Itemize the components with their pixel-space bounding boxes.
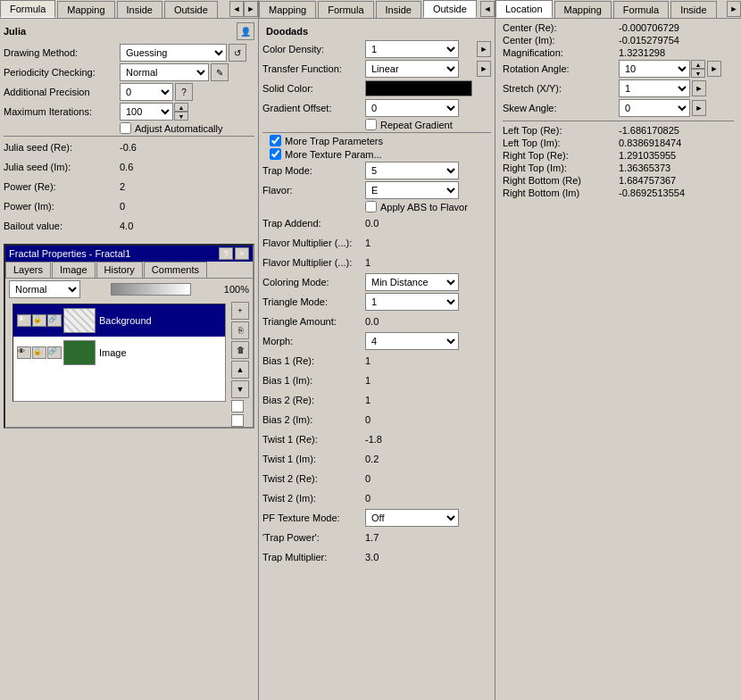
trap-power-label: 'Trap Power':: [262, 532, 365, 543]
color-density-select[interactable]: 1: [365, 40, 459, 58]
power-im-label: Power (Im):: [4, 201, 120, 212]
rotation-select[interactable]: 10: [619, 60, 690, 78]
flavor-mult2-value: 1: [365, 257, 370, 268]
more-texture-check[interactable]: [270, 148, 281, 160]
drawing-method-select[interactable]: Guessing: [120, 44, 227, 62]
layer-check2[interactable]: [231, 414, 244, 427]
gradient-offset-select[interactable]: 0: [365, 99, 459, 117]
layer-bg-link[interactable]: 🔗: [47, 314, 62, 327]
twist2-re-label: Twist 2 (Re):: [262, 473, 365, 484]
tab-location[interactable]: Location: [495, 0, 553, 18]
layer-item-background[interactable]: 👁 🔒 🔗 Background: [13, 304, 225, 337]
morph-select[interactable]: 4: [365, 332, 459, 350]
tab-outside-left[interactable]: Outside: [164, 1, 218, 18]
max-iter-up[interactable]: ▲: [174, 103, 188, 112]
layer-img-link[interactable]: 🔗: [47, 346, 62, 359]
tab-formula-mid[interactable]: Formula: [318, 1, 373, 18]
fractal-close-btn[interactable]: ×: [235, 247, 249, 260]
right-bottom-im-label: Right Bottom (Im): [503, 188, 619, 198]
max-iter-down[interactable]: ▼: [174, 112, 188, 121]
tab-inside-right[interactable]: Inside: [670, 1, 716, 18]
additional-precision-select[interactable]: 0: [120, 83, 173, 101]
tab-formula[interactable]: Formula: [0, 0, 55, 18]
tab-mapping-right[interactable]: Mapping: [554, 1, 612, 18]
layer-bg-eye[interactable]: 👁: [17, 314, 31, 327]
tab-inside-left[interactable]: Inside: [117, 1, 162, 18]
layer-img-lock[interactable]: 🔒: [32, 346, 46, 359]
periodicity-select[interactable]: Normal: [120, 63, 209, 81]
tab-layers[interactable]: Layers: [5, 262, 51, 278]
transfer-func-select[interactable]: Linear: [365, 60, 459, 78]
solid-color-label: Solid Color:: [262, 83, 365, 94]
bailout-value: 4.0: [120, 221, 133, 231]
flavor-mult1-label: Flavor Multiplier (...):: [262, 238, 365, 248]
tab-mapping-mid[interactable]: Mapping: [259, 1, 316, 18]
triangle-mode-select[interactable]: 1: [365, 293, 459, 311]
tab-inside-mid[interactable]: Inside: [376, 1, 421, 18]
right-bottom-re-value: 1.684757367: [619, 175, 676, 186]
flavor-mult1-value: 1: [365, 238, 370, 248]
stretch-arrow[interactable]: ►: [692, 80, 706, 96]
adjust-auto-check[interactable]: [120, 122, 131, 134]
color-density-arrow[interactable]: ►: [477, 41, 491, 57]
apply-abs-check[interactable]: [365, 201, 377, 212]
right-top-im-value: 1.36365373: [619, 162, 670, 173]
left-top-re-value: -1.686170825: [619, 125, 679, 136]
layer-bg-lock[interactable]: 🔒: [32, 314, 46, 327]
blend-mode-select[interactable]: Normal: [9, 280, 80, 298]
trap-mode-label: Trap Mode:: [262, 165, 365, 176]
pf-texture-select[interactable]: Off: [365, 509, 459, 527]
trap-mode-select[interactable]: 5: [365, 162, 459, 179]
layer-up-btn[interactable]: ▲: [231, 361, 249, 379]
apply-abs-label: Apply ABS to Flavor: [380, 202, 468, 212]
flavor-select[interactable]: E: [365, 181, 459, 199]
layer-img-eye[interactable]: 👁: [17, 346, 31, 359]
repeat-gradient-check[interactable]: [365, 119, 377, 130]
layer-down-btn[interactable]: ▼: [231, 380, 249, 398]
tab-scroll-right[interactable]: ►: [244, 1, 258, 17]
skew-arrow[interactable]: ►: [692, 100, 706, 116]
max-iterations-select[interactable]: 100: [120, 103, 173, 121]
right-top-im-label: Right Top (Im):: [503, 162, 619, 173]
drawing-method-label: Drawing Method:: [4, 47, 120, 58]
fractal-help-btn[interactable]: ?: [219, 247, 233, 260]
additional-precision-help[interactable]: ?: [175, 83, 193, 101]
julia-icon-btn[interactable]: 👤: [237, 22, 254, 40]
transfer-arrow[interactable]: ►: [477, 61, 491, 77]
tab-mapping-left[interactable]: Mapping: [57, 1, 114, 18]
coloring-mode-select[interactable]: Min Distance: [365, 273, 459, 291]
tab-formula-right[interactable]: Formula: [613, 1, 669, 18]
tab-comments[interactable]: Comments: [144, 262, 207, 278]
layer-check1[interactable]: [231, 400, 244, 412]
morph-label: Morph:: [262, 336, 365, 346]
periodicity-btn[interactable]: ✎: [211, 63, 229, 81]
drawing-method-refresh[interactable]: ↺: [229, 44, 246, 62]
rotation-up[interactable]: ▲: [691, 60, 705, 69]
layer-bg-name: Background: [99, 315, 152, 326]
mid-scroll-left[interactable]: ◄: [480, 1, 495, 17]
right-top-re-label: Right Top (Re):: [503, 150, 619, 161]
stretch-select[interactable]: 1: [619, 79, 690, 97]
twist2-im-label: Twist 2 (Im):: [262, 493, 365, 504]
tab-image[interactable]: Image: [52, 262, 96, 278]
layer-add-btn[interactable]: +: [231, 302, 249, 320]
triangle-amount-label: Triangle Amount:: [262, 316, 365, 327]
rotation-down[interactable]: ▼: [691, 69, 705, 78]
center-re-label: Center (Re):: [503, 22, 619, 33]
left-top-re-label: Left Top (Re):: [503, 125, 619, 136]
tab-history[interactable]: History: [96, 262, 143, 278]
skew-select[interactable]: 0: [619, 99, 690, 117]
gradient-offset-label: Gradient Offset:: [262, 103, 365, 113]
solid-color-swatch[interactable]: [365, 80, 472, 96]
center-re-value: -0.000706729: [619, 22, 679, 33]
tab-scroll-left[interactable]: ◄: [229, 1, 244, 17]
rotation-arrow[interactable]: ►: [707, 61, 721, 77]
tab-outside-mid[interactable]: Outside: [423, 0, 477, 18]
right-scroll-right[interactable]: ►: [727, 1, 741, 17]
julia-seed-re-value: -0.6: [120, 142, 137, 153]
bias1-im-label: Bias 1 (Im):: [262, 375, 365, 386]
layer-copy-btn[interactable]: ⎘: [231, 321, 249, 339]
more-trap-check[interactable]: [270, 135, 281, 146]
layer-del-btn[interactable]: 🗑: [231, 341, 249, 359]
layer-item-image[interactable]: 👁 🔒 🔗 Image: [13, 337, 225, 369]
